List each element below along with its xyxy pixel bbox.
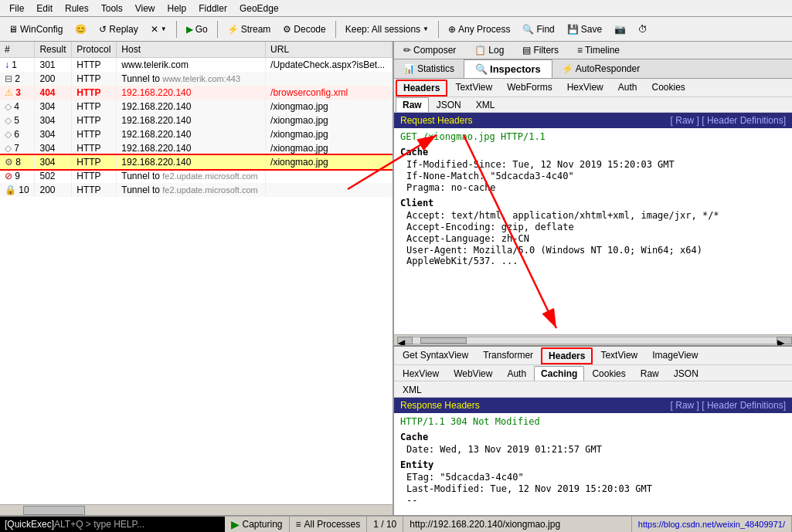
cell-protocol: HTTP <box>72 127 117 141</box>
resp-subtab-textview[interactable]: TextView <box>593 347 644 364</box>
x-icon: ✕ <box>151 24 158 35</box>
resp-subtab-raw[interactable]: Raw <box>634 366 666 381</box>
resp-subtab-webview[interactable]: WebView <box>447 366 499 381</box>
subtab-cookies-req[interactable]: Cookies <box>644 80 692 97</box>
tab-log[interactable]: 📋 Log <box>465 42 513 59</box>
table-row[interactable]: ⚠ 3 404 HTTP 192.168.220.140 /browsercon… <box>0 86 393 100</box>
go-button[interactable]: ▶ Go <box>181 21 213 38</box>
table-row[interactable]: ⚙ 8 304 HTTP 192.168.220.140 /xiongmao.j… <box>0 155 393 169</box>
status-capturing[interactable]: ▶ Capturing <box>225 517 290 532</box>
timeline-label: Timeline <box>585 45 620 56</box>
resp-subtab-auth[interactable]: Auth <box>500 366 533 381</box>
response-status-line: HTTP/1.1 304 Not Modified <box>400 416 786 427</box>
resp-subtab-caching[interactable]: Caching <box>534 366 584 381</box>
table-row[interactable]: 🔒 10 200 HTTP Tunnel to fe2.update.micro… <box>0 183 393 197</box>
table-row[interactable]: ◇ 6 304 HTTP 192.168.220.140 /xiongmao.j… <box>0 127 393 141</box>
decode-button[interactable]: ⚙ Decode <box>277 21 331 38</box>
tab-statistics[interactable]: 📊 Statistics <box>394 59 464 78</box>
resp-subtab-headers[interactable]: Headers <box>541 347 593 364</box>
replay-icon: ↺ <box>99 24 107 35</box>
status-all-processes[interactable]: ≡ All Processes <box>290 517 368 532</box>
cell-url <box>266 183 393 197</box>
resp-subtab-transformer[interactable]: Transformer <box>476 347 540 364</box>
hscroll-thumb[interactable] <box>420 337 467 344</box>
request-section-cache: Cache If-Modified-Since: Tue, 12 Nov 201… <box>400 147 786 193</box>
subtab-json-req[interactable]: JSON <box>430 97 468 112</box>
smiley-button[interactable]: 😊 <box>70 21 92 38</box>
col-header-host[interactable]: Host <box>117 42 266 58</box>
tab-filters[interactable]: ▤ Filters <box>513 42 568 59</box>
table-row[interactable]: ↓ 1 301 HTTP www.telerik.com /UpdateChec… <box>0 58 393 73</box>
cell-icon: ⊟ 2 <box>0 72 35 86</box>
resp-subtab-xml[interactable]: XML <box>396 382 429 397</box>
capturing-label: Capturing <box>243 519 283 530</box>
x-dropdown-button[interactable]: ✕ ▼ <box>145 21 172 38</box>
save-label: Save <box>581 24 602 35</box>
table-row[interactable]: ◇ 7 304 HTTP 192.168.220.140 /xiongmao.j… <box>0 141 393 155</box>
resp-subtab-imageview[interactable]: ImageView <box>645 347 705 364</box>
request-headers-links[interactable]: [ Raw ] [ Header Definitions] <box>671 115 786 126</box>
any-process-button[interactable]: ⊕ Any Process <box>443 21 515 38</box>
resp-subtab-hexview[interactable]: HexView <box>396 366 446 381</box>
winconfig-button[interactable]: 🖥 WinConfig <box>3 21 68 38</box>
resp-subtab-cookies[interactable]: Cookies <box>585 366 632 381</box>
quickexec-area: [QuickExec] ALT+Q > type HELP... <box>0 517 225 532</box>
response-subtab-bar-3: XML <box>394 381 792 398</box>
menu-tools[interactable]: Tools <box>95 2 129 15</box>
table-row[interactable]: ⊟ 2 200 HTTP Tunnel to www.telerik.com:4… <box>0 72 393 86</box>
hscroll-left[interactable]: ◀ <box>397 337 413 344</box>
all-processes-label: All Processes <box>304 519 361 530</box>
menu-edit[interactable]: Edit <box>30 2 59 15</box>
col-header-protocol[interactable]: Protocol <box>72 42 117 58</box>
subtab-webforms-req[interactable]: WebForms <box>500 80 559 97</box>
stream-icon: ⚡ <box>227 24 239 35</box>
col-header-url[interactable]: URL <box>266 42 393 58</box>
tab-autoresponder[interactable]: ⚡ AutoResponder <box>552 59 649 78</box>
go-label: Go <box>195 24 208 35</box>
resp-subtab-syntaxview[interactable]: Get SyntaxView <box>396 347 475 364</box>
subtab-raw-req[interactable]: Raw <box>396 97 429 112</box>
col-header-id[interactable]: # <box>0 42 35 58</box>
col-header-result[interactable]: Result <box>35 42 72 58</box>
stream-button[interactable]: ⚡ Stream <box>222 21 277 38</box>
tab-inspectors[interactable]: 🔍 Inspectors <box>464 59 552 78</box>
request-hscroll[interactable]: ◀ ▶ <box>394 334 792 345</box>
cell-url: /xiongmao.jpg <box>266 141 393 155</box>
menu-rules[interactable]: Rules <box>59 2 95 15</box>
subtab-auth-req[interactable]: Auth <box>611 80 644 97</box>
status-right-url[interactable]: https://blog.csdn.net/weixin_48409971/ <box>632 517 792 532</box>
save-button[interactable]: 💾 Save <box>562 21 607 38</box>
resp-subtab-json[interactable]: JSON <box>667 366 705 381</box>
response-subtab-bar-1: Get SyntaxView Transformer Headers TextV… <box>394 347 792 365</box>
cookies-req-label: Cookies <box>651 82 685 93</box>
tab-composer[interactable]: ✏ Composer <box>394 42 465 59</box>
tab-timeline[interactable]: ≡ Timeline <box>568 42 629 59</box>
timer-button[interactable]: ⏱ <box>633 21 653 38</box>
table-row[interactable]: ⊘ 9 502 HTTP Tunnel to fe2.update.micros… <box>0 169 393 183</box>
screenshot-button[interactable]: 📷 <box>609 21 631 38</box>
menu-fiddler[interactable]: Fiddler <box>192 2 233 15</box>
subtab-hexview-req[interactable]: HexView <box>560 80 610 97</box>
hscroll-thumb[interactable] <box>23 506 85 515</box>
cell-url: /browserconfig.xml <box>266 86 393 100</box>
subtab-textview-req[interactable]: TextView <box>448 80 499 97</box>
subtab-headers-req[interactable]: Headers <box>396 80 447 97</box>
cell-icon: ◇ 7 <box>0 141 35 155</box>
menu-file[interactable]: File <box>3 2 30 15</box>
cell-protocol: HTTP <box>72 100 117 114</box>
replay-button[interactable]: ↺ Replay <box>93 21 143 38</box>
table-row[interactable]: ◇ 5 304 HTTP 192.168.220.140 /xiongmao.j… <box>0 114 393 127</box>
hscroll-track[interactable] <box>413 337 777 344</box>
textview-req-label: TextView <box>455 82 492 93</box>
response-headers-links[interactable]: [ Raw ] [ Header Definitions] <box>671 400 786 411</box>
menu-view[interactable]: View <box>129 2 161 15</box>
response-section-cache: Cache Date: Wed, 13 Nov 2019 01:21:57 GM… <box>400 432 786 455</box>
table-row[interactable]: ◇ 4 304 HTTP 192.168.220.140 /xiongmao.j… <box>0 100 393 114</box>
find-button[interactable]: 🔍 Find <box>517 21 559 38</box>
hscroll-right[interactable]: ▶ <box>777 337 792 344</box>
left-panel-hscroll[interactable] <box>0 504 393 515</box>
subtab-xml-req[interactable]: XML <box>469 97 502 112</box>
menu-help[interactable]: Help <box>161 2 193 15</box>
menu-geoedge[interactable]: GeoEdge <box>233 2 285 15</box>
keep-sessions-button[interactable]: Keep: All sessions ▼ <box>340 21 434 38</box>
